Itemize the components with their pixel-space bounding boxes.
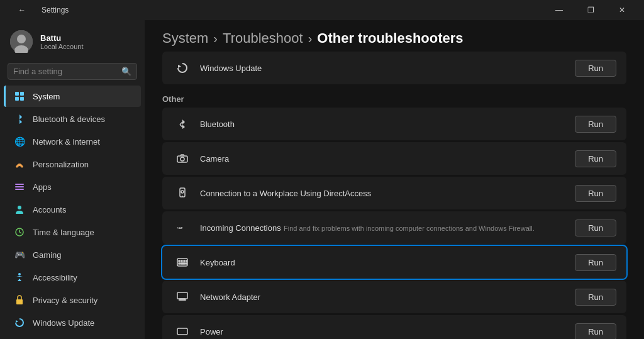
sidebar-item-system-label: System [33,92,60,101]
power-troubleshooter-row: Power Run [162,315,626,339]
avatar [10,30,33,53]
other-section-label: Other [162,89,626,108]
bluetooth-troubleshooter-title: Bluetooth [200,119,235,129]
power-icon [172,327,192,336]
search-box[interactable]: 🔍 [8,63,137,80]
sidebar-item-privacy-label: Privacy & security [33,296,97,305]
sidebar-item-gaming-label: Gaming [33,250,62,260]
svg-rect-26 [179,260,180,262]
bluetooth-troubleshooter-icon [172,119,192,129]
sidebar-item-network[interactable]: 🌐 Network & internet [4,131,141,152]
sidebar: Battu Local Account 🔍 System Bluetooth &… [0,20,145,339]
search-input[interactable] [13,67,121,76]
breadcrumb-system[interactable]: System [162,30,208,47]
directaccess-troubleshooter-row: Connection to a Workplace Using DirectAc… [162,177,626,209]
svg-rect-36 [177,328,187,335]
close-button[interactable]: ✕ [608,0,636,20]
sidebar-item-personalization[interactable]: Personalization [4,153,141,175]
svg-rect-7 [15,184,24,185]
svg-rect-30 [179,263,180,264]
keyboard-icon [172,258,192,267]
svg-rect-27 [181,260,182,262]
sidebar-item-accessibility-label: Accessibility [33,273,77,282]
time-icon [14,226,25,238]
bluetooth-run-button[interactable]: Run [575,116,616,133]
sidebar-item-windowsupdate[interactable]: Windows Update [4,312,141,333]
sidebar-item-privacy[interactable]: Privacy & security [4,289,141,311]
sidebar-item-accounts[interactable]: Accounts [4,199,141,220]
minimize-button[interactable]: — [545,0,574,20]
svg-rect-8 [15,186,24,187]
keyboard-troubleshooter-title: Keyboard [200,258,235,267]
sidebar-item-apps-label: Apps [33,182,52,192]
privacy-icon [14,294,25,306]
windows-update-icon [172,62,192,74]
window-controls: — ❐ ✕ [545,0,636,20]
svg-line-18 [180,122,182,125]
back-button[interactable]: ← [8,0,36,20]
keyboard-troubleshooter-row: Keyboard Run [162,246,626,279]
directaccess-run-button[interactable]: Run [575,185,616,202]
sidebar-item-time[interactable]: Time & language [4,221,141,243]
sidebar-item-time-label: Time & language [33,228,94,237]
svg-rect-25 [177,258,187,266]
svg-rect-9 [15,189,24,190]
svg-rect-32 [186,263,187,264]
incoming-icon [172,223,192,232]
content-area: System › Troubleshoot › Other troublesho… [145,20,644,339]
other-section: Other Bluetooth Run [145,89,644,339]
svg-point-1 [17,35,26,43]
directaccess-icon [172,187,192,199]
title-bar: ← Settings — ❐ ✕ [0,0,644,20]
svg-rect-28 [184,260,185,262]
network-icon: 🌐 [14,136,25,147]
keyboard-run-button[interactable]: Run [575,254,616,271]
svg-line-13 [19,232,21,233]
svg-point-14 [18,273,21,275]
windowsupdate-icon [14,317,25,328]
incoming-run-button[interactable]: Run [575,220,616,236]
gaming-icon: 🎮 [14,249,25,260]
system-icon [14,91,25,102]
sidebar-item-windowsupdate-label: Windows Update [33,318,94,328]
breadcrumb-troubleshoot[interactable]: Troubleshoot [223,30,303,47]
svg-point-10 [18,206,21,209]
breadcrumb-current: Other troubleshooters [317,30,463,47]
camera-troubleshooter-row: Camera Run [162,142,626,175]
svg-point-24 [181,191,184,193]
power-run-button[interactable]: Run [575,323,616,340]
bluetooth-icon [14,113,25,125]
networkadapter-troubleshooter-title: Network Adapter [200,292,260,302]
svg-rect-4 [20,92,24,96]
sidebar-item-accessibility[interactable]: Accessibility [4,267,141,288]
svg-rect-33 [177,292,187,299]
app-title: Settings [42,6,69,14]
bluetooth-troubleshooter-row: Bluetooth Run [162,108,626,140]
networkadapter-icon [172,292,192,302]
sidebar-item-gaming[interactable]: 🎮 Gaming [4,244,141,265]
svg-rect-6 [20,97,24,101]
svg-point-21 [180,157,184,161]
camera-run-button[interactable]: Run [575,150,616,167]
incoming-troubleshooter-row: Incoming Connections Find and fix proble… [162,211,626,244]
networkadapter-troubleshooter-row: Network Adapter Run [162,281,626,313]
svg-rect-15 [16,299,23,304]
sidebar-item-bluetooth[interactable]: Bluetooth & devices [4,108,141,130]
svg-rect-31 [180,263,185,264]
windows-update-row: Windows Update Run [162,52,626,84]
apps-icon [14,181,25,192]
sidebar-item-accounts-label: Accounts [33,205,66,214]
svg-line-19 [180,125,182,127]
svg-rect-5 [15,97,19,101]
maximize-button[interactable]: ❐ [576,0,605,20]
windows-update-run-button[interactable]: Run [575,60,616,77]
sidebar-item-apps[interactable]: Apps [4,176,141,197]
networkadapter-run-button[interactable]: Run [575,289,616,306]
accessibility-icon [14,272,25,283]
directaccess-troubleshooter-title: Connection to a Workplace Using DirectAc… [200,189,371,198]
svg-marker-17 [178,65,181,68]
svg-marker-16 [16,320,18,323]
svg-rect-22 [180,188,185,197]
sidebar-item-system[interactable]: System [4,86,141,107]
incoming-troubleshooter-title: Incoming Connections [200,223,281,233]
